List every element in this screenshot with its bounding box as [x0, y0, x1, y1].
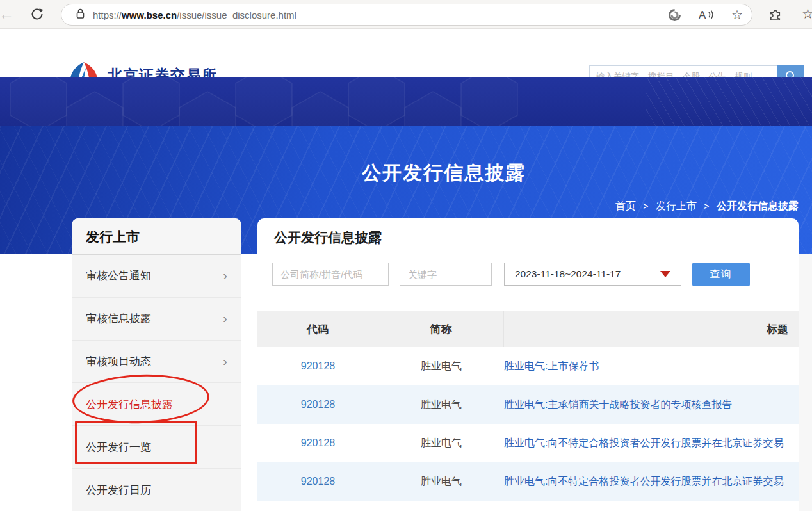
column-header-title: 标题 — [504, 311, 799, 347]
breadcrumb-separator: > — [704, 201, 709, 211]
swirl-badge-icon[interactable] — [668, 8, 681, 22]
svg-text:A: A — [699, 9, 706, 21]
site-header: 北京证券交易所 BEIJING STOCK EXCHANGE — [0, 29, 812, 77]
sidebar-item-public-offering-calendar[interactable]: 公开发行日历 — [72, 469, 241, 511]
column-header-code: 代码 — [257, 311, 378, 347]
breadcrumb: 首页 > 发行上市 > 公开发行信息披露 — [615, 200, 799, 213]
document-link[interactable]: 胜业电气:上市保荐书 — [504, 347, 799, 385]
stock-code-link[interactable]: 920128 — [257, 462, 378, 501]
browser-toolbar: ← https://www.bse.cn/issue/issue_disclos… — [0, 0, 812, 29]
keyword-filter-input[interactable] — [400, 263, 492, 286]
sidebar-item-audit-notices[interactable]: 审核公告通知 › — [72, 255, 241, 298]
date-range-value: 2023-11-18~2024-11-17 — [515, 268, 621, 280]
sidebar-item-audit-progress[interactable]: 审核项目动态 › — [72, 341, 241, 384]
breadcrumb-separator: > — [643, 201, 648, 211]
table-row: 920128 胜业电气 胜业电气:向不特定合格投资者公开发行股票并在北京证券交易 — [257, 462, 799, 501]
extensions-puzzle-icon[interactable] — [768, 7, 783, 24]
stock-name: 胜业电气 — [378, 462, 504, 501]
table-row: 920128 胜业电气 胜业电气:上市保荐书 — [257, 347, 799, 385]
stock-name: 胜业电气 — [378, 424, 504, 462]
column-header-name: 简称 — [378, 311, 504, 347]
table-row: 920128 胜业电气 胜业电气:向不特定合格投资者公开发行股票并在北京证券交易 — [257, 424, 799, 462]
date-range-select[interactable]: 2023-11-18~2024-11-17 — [504, 263, 681, 286]
stock-name: 胜业电气 — [378, 385, 504, 424]
sidebar: 发行上市 审核公告通知 › 审核信息披露 › 审核项目动态 › 公开发行信息披露… — [72, 218, 241, 511]
dropdown-caret-icon — [660, 271, 670, 277]
url-text: https://www.bse.cn/issue/issue_disclosur… — [93, 10, 296, 20]
refresh-icon[interactable] — [29, 6, 45, 22]
breadcrumb-current: 公开发行信息披露 — [717, 200, 799, 211]
lock-icon — [76, 8, 85, 22]
nav-diagonal-pattern — [646, 77, 812, 126]
chevron-right-icon: › — [223, 268, 227, 283]
read-aloud-icon[interactable]: A — [698, 8, 715, 21]
breadcrumb-listing[interactable]: 发行上市 — [656, 200, 697, 211]
favorite-star-icon[interactable]: ☆ — [731, 8, 743, 21]
document-link[interactable]: 胜业电气:主承销商关于战略投资者的专项核查报告 — [504, 385, 799, 424]
sidebar-title: 发行上市 — [72, 218, 241, 255]
sidebar-item-audit-disclosure[interactable]: 审核信息披露 › — [72, 298, 241, 341]
main-nav: 首页 党建引领 发行上市 债券 信息披露 市场数据 产品 法律规则 — [0, 77, 812, 126]
sidebar-item-public-offering-disclosure[interactable]: 公开发行信息披露 — [72, 383, 241, 426]
filter-divider — [257, 295, 799, 295]
chevron-right-icon: › — [223, 354, 227, 369]
stock-name: 胜业电气 — [378, 347, 504, 385]
back-icon[interactable]: ← — [0, 5, 14, 23]
table-row: 920128 胜业电气 胜业电气:主承销商关于战略投资者的专项核查报告 — [257, 385, 799, 424]
document-link[interactable]: 胜业电气:向不特定合格投资者公开发行股票并在北京证券交易 — [504, 462, 799, 501]
browser-window: ← https://www.bse.cn/issue/issue_disclos… — [0, 0, 812, 511]
banner-title: 公开发行信息披露 — [362, 160, 526, 186]
stock-code-link[interactable]: 920128 — [257, 424, 378, 462]
sidebar-item-public-offering-list[interactable]: 公开发行一览 — [72, 426, 241, 469]
stock-code-link[interactable]: 920128 — [257, 385, 378, 424]
main-panel: 公开发行信息披露 2023-11-18~2024-11-17 查询 代码 简称 … — [257, 218, 799, 511]
table-header-row: 代码 简称 标题 — [257, 311, 799, 347]
stock-code-link[interactable]: 920128 — [257, 347, 378, 385]
company-filter-input[interactable] — [272, 263, 389, 286]
chevron-right-icon: › — [223, 311, 227, 326]
query-button[interactable]: 查询 — [692, 263, 750, 286]
breadcrumb-home[interactable]: 首页 — [615, 200, 636, 211]
content-right-gutter — [799, 254, 812, 511]
page-title: 公开发行信息披露 — [274, 229, 382, 247]
collections-star-icon[interactable]: ☆ — [802, 6, 812, 22]
document-link[interactable]: 胜业电气:向不特定合格投资者公开发行股票并在北京证券交易 — [504, 424, 799, 462]
address-bar[interactable]: https://www.bse.cn/issue/issue_disclosur… — [61, 4, 752, 26]
toolbar-divider — [793, 8, 793, 21]
